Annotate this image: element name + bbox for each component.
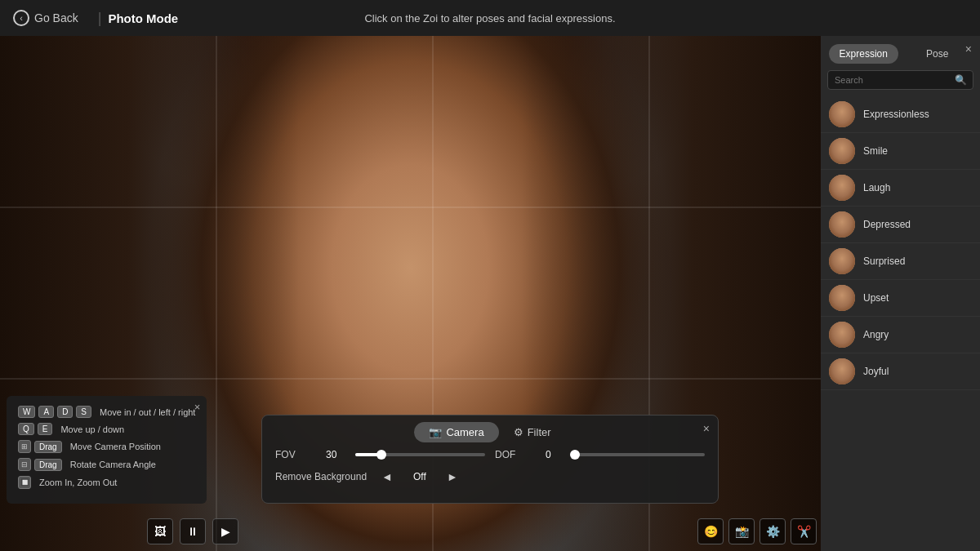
expression-item-expressionless[interactable]: Expressionless <box>821 96 980 133</box>
pose-tab-label: Pose <box>926 48 948 60</box>
camera-tab-label: Camera <box>446 426 483 438</box>
expression-thumb <box>829 322 855 348</box>
expression-item-joyful[interactable]: Joyful <box>821 353 980 390</box>
camera-filter-panel: 📷 Camera ⚙ Filter × FOV 30 DOF 0 Remove … <box>261 415 719 504</box>
expression-name: Surprised <box>863 256 905 267</box>
camera-tab[interactable]: 📷 Camera <box>414 422 498 442</box>
expression-thumb <box>829 101 855 127</box>
keyboard-help-panel: × W A D S Move in / out / left / right Q… <box>7 396 207 504</box>
key-drag1-desc: Move Camera Position <box>70 442 161 451</box>
go-back-button[interactable]: ‹ Go Back <box>0 10 91 26</box>
panel-tabs: Expression Pose <box>821 36 980 70</box>
expression-item-depressed[interactable]: Depressed <box>821 207 980 243</box>
key-qe-desc: Move up / down <box>60 424 124 434</box>
separator: | <box>91 10 109 27</box>
mode-title: Photo Mode <box>108 11 178 25</box>
remove-bg-value: Off <box>408 471 432 482</box>
key-row-drag2: ⊟ Drag Rotate Camera Angle <box>18 458 195 471</box>
fov-value: 30 <box>326 449 345 460</box>
dof-value: 0 <box>546 449 565 460</box>
right-panel: × Expression Pose 🔍 Expressionless Smile <box>821 36 980 551</box>
expression-thumb <box>829 175 855 201</box>
expression-item-upset[interactable]: Upset <box>821 280 980 317</box>
dof-slider[interactable] <box>575 453 705 456</box>
camera-tab-icon: 📷 <box>429 426 442 438</box>
expression-thumb <box>829 248 855 274</box>
expression-name: Joyful <box>863 366 889 377</box>
image-button[interactable]: 🖼 <box>147 518 173 544</box>
zoom-icon: 🔲 <box>18 476 31 489</box>
go-back-label: Go Back <box>34 11 78 24</box>
key-zoom-desc: Zoom In, Zoom Out <box>39 478 117 487</box>
key-w: W <box>18 406 35 418</box>
key-drag1: Drag <box>34 441 62 453</box>
expression-item-laugh[interactable]: Laugh <box>821 170 980 207</box>
expression-thumb <box>829 358 855 384</box>
fov-slider[interactable] <box>355 453 485 456</box>
key-drag2: Drag <box>34 459 62 471</box>
key-row-zoom: 🔲 Zoom In, Zoom Out <box>18 476 195 489</box>
expression-name: Smile <box>863 145 888 157</box>
search-input[interactable] <box>827 70 973 90</box>
emoji-button[interactable]: 😊 <box>697 518 724 544</box>
key-q: Q <box>18 423 34 435</box>
filter-tab-icon: ⚙ <box>514 426 523 438</box>
key-drag2-desc: Rotate Camera Angle <box>70 460 156 469</box>
key-d: D <box>57 406 73 418</box>
camera-button[interactable]: 📸 <box>728 518 755 544</box>
key-e: E <box>38 423 53 435</box>
dof-label: DOF <box>495 449 536 460</box>
expression-name: Expressionless <box>863 109 929 120</box>
expression-tab-label: Expression <box>840 48 888 60</box>
key-row-drag1: ⊞ Drag Move Camera Position <box>18 440 195 453</box>
expression-tab[interactable]: Expression <box>829 44 898 64</box>
remove-bg-prev[interactable]: ◄ <box>376 469 398 485</box>
search-icon: 🔍 <box>955 74 967 86</box>
key-row-qe: Q E Move up / down <box>18 423 195 435</box>
remove-bg-row: Remove Background ◄ Off ► <box>275 469 705 485</box>
play-button[interactable]: ▶ <box>212 518 238 544</box>
keyboard-help-close-button[interactable]: × <box>194 401 201 413</box>
camera-controls: FOV 30 DOF 0 Remove Background ◄ Off ► <box>262 449 718 485</box>
fov-label: FOV <box>275 449 316 460</box>
expression-name: Laugh <box>863 182 890 193</box>
right-panel-close-button[interactable]: × <box>965 42 972 56</box>
key-a: A <box>38 406 54 418</box>
expression-item-surprised[interactable]: Surprised <box>821 243 980 280</box>
filter-tab-label: Filter <box>528 426 551 438</box>
remove-bg-label: Remove Background <box>275 471 367 482</box>
expression-thumb <box>829 211 855 238</box>
drag2-icon: ⊟ <box>18 458 31 471</box>
right-action-buttons: 😊 📸 ⚙️ ✂️ <box>697 518 817 544</box>
panel-search: 🔍 <box>827 70 973 90</box>
expression-item-smile[interactable]: Smile <box>821 133 980 170</box>
expression-thumb <box>829 138 855 164</box>
expression-name: Depressed <box>863 219 911 230</box>
fov-row: FOV 30 DOF 0 <box>275 449 705 460</box>
pause-button[interactable]: ⏸ <box>180 518 206 544</box>
settings-button[interactable]: ⚙️ <box>760 518 786 544</box>
back-chevron-icon: ‹ <box>13 10 29 26</box>
expression-name: Angry <box>863 329 889 340</box>
key-row-wasd: W A D S Move in / out / left / right <box>18 406 195 418</box>
key-s: S <box>76 406 91 418</box>
crop-button[interactable]: ✂️ <box>791 518 817 544</box>
camera-panel-close-button[interactable]: × <box>703 422 710 435</box>
expression-item-angry[interactable]: Angry <box>821 317 980 353</box>
filter-tab[interactable]: ⚙ Filter <box>499 422 566 442</box>
camera-panel-header: 📷 Camera ⚙ Filter × <box>262 415 718 449</box>
drag1-icon: ⊞ <box>18 440 31 453</box>
expression-list: Expressionless Smile Laugh Depressed Sur… <box>821 96 980 390</box>
top-hint: Click on the Zoi to alter poses and faci… <box>364 12 615 24</box>
remove-bg-next[interactable]: ► <box>442 469 463 485</box>
key-wasd-desc: Move in / out / left / right <box>100 407 195 417</box>
expression-thumb <box>829 285 855 311</box>
top-bar: ‹ Go Back | Photo Mode Click on the Zoi … <box>0 0 980 36</box>
pose-tab[interactable]: Pose <box>903 44 973 64</box>
bottom-controls: 🖼 ⏸ ▶ <box>147 518 238 544</box>
expression-name: Upset <box>863 292 889 304</box>
